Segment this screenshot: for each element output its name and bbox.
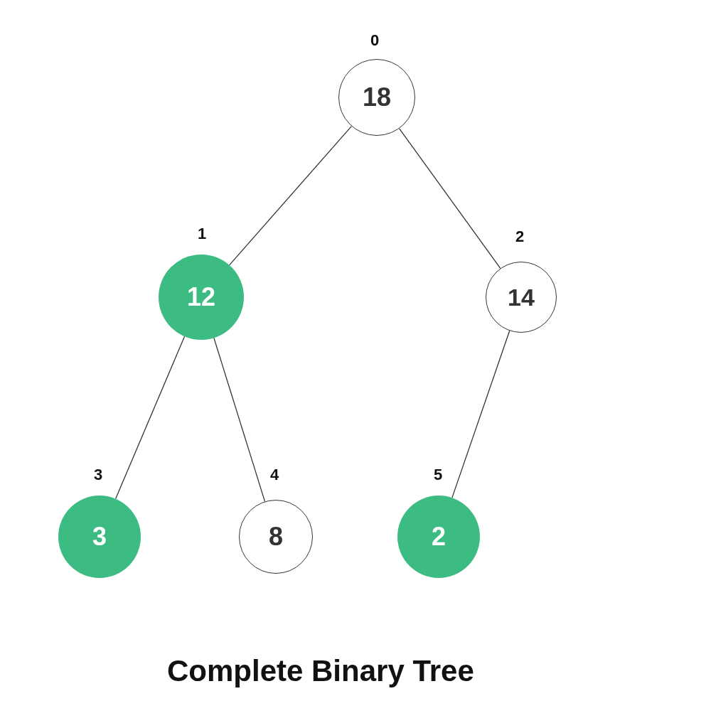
tree-node-index: 3 bbox=[94, 466, 102, 484]
tree-node-value: 3 bbox=[92, 522, 107, 552]
tree-node-index: 1 bbox=[198, 225, 206, 243]
tree-node-0: 18 bbox=[338, 59, 415, 136]
tree-node-index: 5 bbox=[434, 466, 442, 484]
tree-node-value: 2 bbox=[432, 522, 446, 552]
tree-node-1: 12 bbox=[159, 255, 244, 340]
tree-node-5: 2 bbox=[397, 496, 480, 578]
tree-node-value: 8 bbox=[269, 522, 283, 552]
tree-node-index: 2 bbox=[515, 228, 524, 246]
tree-edge bbox=[116, 336, 185, 498]
diagram-title: Complete Binary Tree bbox=[167, 654, 474, 688]
tree-node-value: 12 bbox=[187, 282, 215, 312]
tree-node-index: 0 bbox=[370, 31, 379, 50]
tree-node-2: 14 bbox=[486, 262, 557, 333]
tree-edge bbox=[452, 331, 510, 498]
tree-node-3: 3 bbox=[58, 496, 141, 578]
tree-edge bbox=[230, 127, 352, 265]
tree-node-value: 18 bbox=[363, 82, 391, 112]
tree-edge bbox=[214, 338, 265, 501]
tree-node-index: 4 bbox=[270, 466, 279, 484]
tree-edge bbox=[400, 129, 501, 269]
tree-node-4: 8 bbox=[239, 500, 313, 574]
tree-node-value: 14 bbox=[508, 284, 535, 311]
binary-tree-diagram: Complete Binary Tree 180121142338425 bbox=[0, 0, 706, 728]
